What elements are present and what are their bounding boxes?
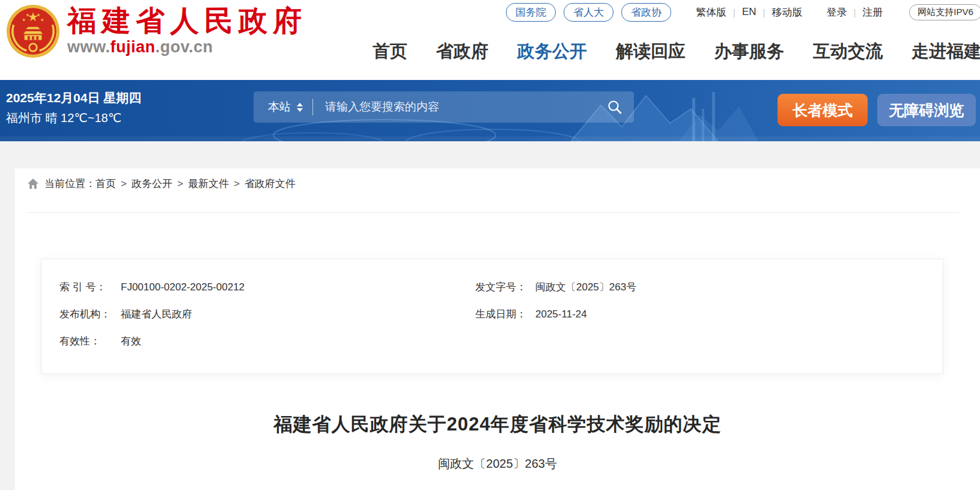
divider: | bbox=[763, 7, 765, 17]
search-button[interactable] bbox=[604, 96, 625, 118]
date-weather-block: 2025年12月04日 星期四 福州市 晴 12℃~18℃ bbox=[6, 90, 141, 125]
divider: | bbox=[733, 7, 735, 17]
nav-interpretation[interactable]: 解读回应 bbox=[616, 40, 686, 64]
site-header: 福建省人民政府 www.fujian.gov.cn 国务院 省人大 省政协 繁体… bbox=[0, 0, 980, 80]
breadcrumb-prefix: 当前位置： bbox=[44, 177, 96, 191]
meta-value: 有效 bbox=[121, 334, 141, 348]
site-logo[interactable]: 福建省人民政府 www.fujian.gov.cn bbox=[6, 4, 307, 58]
home-icon[interactable] bbox=[27, 178, 39, 189]
content-card: 当前位置： 首页 > 政务公开 > 最新文件 > 省政府文件 索 引 号： FJ… bbox=[15, 168, 980, 490]
site-title-block: 福建省人民政府 www.fujian.gov.cn bbox=[67, 6, 307, 56]
breadcrumb-separator: > bbox=[234, 178, 240, 190]
breadcrumb-item-latest-documents[interactable]: 最新文件 bbox=[188, 177, 229, 191]
nav-provincial-government[interactable]: 省政府 bbox=[436, 40, 488, 64]
meta-right-column: 发文字号： 闽政文〔2025〕263号 生成日期： 2025-11-24 bbox=[475, 280, 636, 334]
language-links: 繁体版 | EN | 移动版 bbox=[696, 5, 802, 19]
meta-row-generated-date: 生成日期： 2025-11-24 bbox=[475, 307, 636, 334]
main-nav: 首页 省政府 政务公开 解读回应 办事服务 互动交流 走进福建 bbox=[373, 40, 980, 64]
breadcrumb-item-home[interactable]: 首页 bbox=[96, 177, 116, 191]
link-english[interactable]: EN bbox=[742, 6, 756, 18]
breadcrumb-item-provincial-documents[interactable]: 省政府文件 bbox=[245, 177, 296, 191]
meta-label: 生成日期： bbox=[475, 307, 535, 321]
banner: 2025年12月04日 星期四 福州市 晴 12℃~18℃ 本站 长者模式 无障… bbox=[0, 80, 980, 141]
sort-arrows-icon[interactable] bbox=[297, 103, 303, 112]
date-text: 2025年12月04日 星期四 bbox=[6, 90, 141, 106]
site-name: 福建省人民政府 bbox=[67, 6, 307, 36]
national-emblem-icon bbox=[6, 4, 60, 58]
link-provincial-cppcc[interactable]: 省政协 bbox=[621, 3, 671, 22]
breadcrumb-divider bbox=[27, 212, 959, 213]
meta-row-index-number: 索 引 号： FJ00100-0202-2025-00212 bbox=[59, 280, 245, 307]
document-number: 闽政文〔2025〕263号 bbox=[15, 456, 980, 472]
meta-left-column: 索 引 号： FJ00100-0202-2025-00212 发布机构： 福建省… bbox=[59, 280, 245, 361]
login-link[interactable]: 登录 bbox=[826, 5, 847, 19]
nav-home[interactable]: 首页 bbox=[373, 40, 407, 64]
meta-row-issuing-agency: 发布机构： 福建省人民政府 bbox=[59, 307, 245, 334]
search-scope-select[interactable]: 本站 bbox=[268, 99, 291, 115]
auth-links: 登录 | 注册 bbox=[826, 5, 883, 19]
site-url: www.fujian.gov.cn bbox=[67, 38, 307, 57]
breadcrumb: 当前位置： 首页 > 政务公开 > 最新文件 > 省政府文件 bbox=[27, 177, 296, 191]
ipv6-badge: 网站支持IPV6 bbox=[909, 4, 980, 20]
meta-value: 闽政文〔2025〕263号 bbox=[535, 280, 636, 294]
link-state-council[interactable]: 国务院 bbox=[506, 3, 556, 22]
meta-value: FJ00100-0202-2025-00212 bbox=[121, 280, 245, 294]
search-input[interactable] bbox=[324, 100, 604, 114]
link-provincial-congress[interactable]: 省人大 bbox=[564, 3, 613, 22]
breadcrumb-separator: > bbox=[177, 178, 183, 190]
meta-label: 索 引 号： bbox=[59, 280, 121, 294]
search-icon bbox=[607, 99, 622, 115]
weather-text: 福州市 晴 12℃~18℃ bbox=[6, 111, 141, 125]
meta-label: 发布机构： bbox=[59, 307, 121, 321]
breadcrumb-item-gov-affairs[interactable]: 政务公开 bbox=[132, 177, 172, 191]
link-mobile-version[interactable]: 移动版 bbox=[772, 5, 802, 19]
meta-label: 有效性： bbox=[59, 334, 121, 348]
nav-into-fujian[interactable]: 走进福建 bbox=[912, 40, 980, 64]
meta-label: 发文字号： bbox=[475, 280, 535, 294]
link-traditional-chinese[interactable]: 繁体版 bbox=[696, 5, 726, 19]
meta-value: 2025-11-24 bbox=[535, 307, 587, 321]
search-bar: 本站 bbox=[254, 91, 634, 123]
elder-mode-button[interactable]: 长者模式 bbox=[778, 94, 868, 126]
document-title: 福建省人民政府关于2024年度省科学技术奖励的决定 bbox=[15, 412, 980, 437]
header-utility-bar: 国务院 省人大 省政协 繁体版 | EN | 移动版 登录 | 注册 网站支持I… bbox=[506, 4, 980, 20]
nav-interaction[interactable]: 互动交流 bbox=[813, 40, 883, 64]
page: 福建省人民政府 www.fujian.gov.cn 国务院 省人大 省政协 繁体… bbox=[0, 0, 980, 490]
nav-government-affairs[interactable]: 政务公开 bbox=[517, 40, 587, 64]
document-meta-box: 索 引 号： FJ00100-0202-2025-00212 发布机构： 福建省… bbox=[41, 259, 943, 374]
meta-value: 福建省人民政府 bbox=[121, 307, 192, 321]
nav-services[interactable]: 办事服务 bbox=[714, 40, 784, 64]
breadcrumb-separator: > bbox=[121, 178, 127, 190]
search-divider bbox=[312, 99, 313, 115]
register-link[interactable]: 注册 bbox=[862, 5, 883, 19]
accessibility-button[interactable]: 无障碍浏览 bbox=[877, 94, 976, 126]
meta-row-validity: 有效性： 有效 bbox=[59, 334, 245, 361]
divider: | bbox=[853, 7, 856, 17]
meta-row-document-number: 发文字号： 闽政文〔2025〕263号 bbox=[475, 280, 636, 307]
